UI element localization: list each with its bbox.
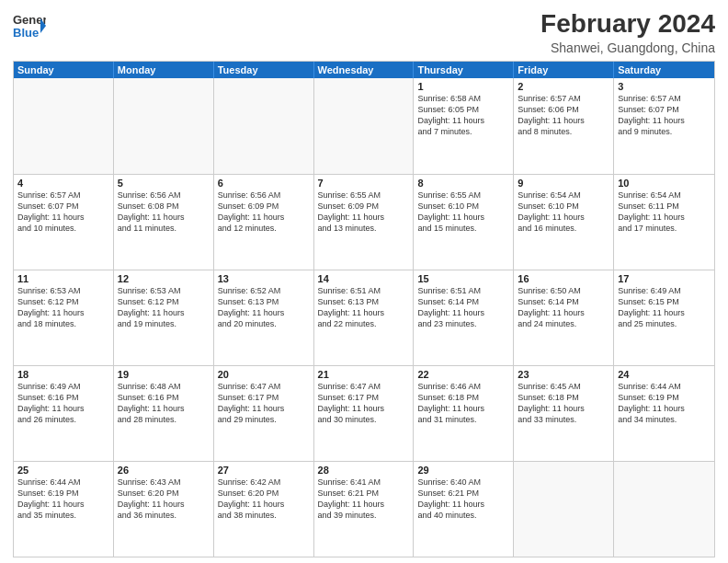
calendar-cell-2-4: 15Sunrise: 6:51 AMSunset: 6:14 PMDayligh…	[414, 270, 514, 365]
month-title: February 2024	[540, 9, 715, 39]
calendar-cell-0-1	[114, 78, 214, 174]
calendar-cell-0-0	[14, 78, 114, 174]
day-number: 11	[17, 273, 109, 284]
cell-info: Sunrise: 6:50 AMSunset: 6:14 PMDaylight:…	[518, 285, 609, 330]
calendar-row-5: 25Sunrise: 6:44 AMSunset: 6:19 PMDayligh…	[14, 461, 714, 557]
calendar-cell-4-0: 25Sunrise: 6:44 AMSunset: 6:19 PMDayligh…	[14, 462, 114, 557]
calendar-row-1: 1Sunrise: 6:58 AMSunset: 6:05 PMDaylight…	[14, 78, 714, 174]
day-number: 12	[118, 273, 210, 284]
calendar-cell-4-4: 29Sunrise: 6:40 AMSunset: 6:21 PMDayligh…	[414, 462, 514, 557]
calendar-row-2: 4Sunrise: 6:57 AMSunset: 6:07 PMDaylight…	[14, 174, 714, 270]
calendar-cell-1-0: 4Sunrise: 6:57 AMSunset: 6:07 PMDaylight…	[14, 175, 114, 270]
calendar-cell-2-3: 14Sunrise: 6:51 AMSunset: 6:13 PMDayligh…	[314, 270, 415, 365]
calendar-cell-0-2	[214, 78, 314, 174]
calendar-cell-1-5: 9Sunrise: 6:54 AMSunset: 6:10 PMDaylight…	[514, 175, 614, 270]
day-number: 21	[318, 369, 410, 380]
cell-info: Sunrise: 6:44 AMSunset: 6:19 PMDaylight:…	[17, 477, 109, 522]
day-number: 10	[618, 178, 711, 189]
calendar-cell-1-2: 6Sunrise: 6:56 AMSunset: 6:09 PMDaylight…	[214, 175, 314, 270]
calendar-cell-0-4: 1Sunrise: 6:58 AMSunset: 6:05 PMDaylight…	[414, 78, 514, 174]
calendar-cell-2-1: 12Sunrise: 6:53 AMSunset: 6:12 PMDayligh…	[114, 270, 214, 365]
calendar-cell-4-2: 27Sunrise: 6:42 AMSunset: 6:20 PMDayligh…	[214, 462, 314, 557]
day-number: 26	[118, 465, 210, 476]
calendar-cell-4-6	[614, 462, 714, 557]
calendar-cell-0-5: 2Sunrise: 6:57 AMSunset: 6:06 PMDaylight…	[514, 78, 614, 174]
calendar-cell-0-6: 3Sunrise: 6:57 AMSunset: 6:07 PMDaylight…	[614, 78, 714, 174]
calendar: Sunday Monday Tuesday Wednesday Thursday…	[13, 61, 715, 557]
header-sunday: Sunday	[14, 62, 114, 78]
cell-info: Sunrise: 6:55 AMSunset: 6:09 PMDaylight:…	[318, 190, 410, 235]
calendar-cell-4-5	[514, 462, 614, 557]
day-number: 14	[318, 273, 410, 284]
calendar-header: Sunday Monday Tuesday Wednesday Thursday…	[14, 62, 714, 78]
day-number: 25	[17, 465, 109, 476]
day-number: 4	[17, 178, 109, 189]
day-number: 1	[417, 81, 509, 92]
day-number: 18	[17, 369, 109, 380]
cell-info: Sunrise: 6:55 AMSunset: 6:10 PMDaylight:…	[417, 190, 509, 235]
logo-icon: General Blue	[13, 9, 46, 42]
calendar-cell-3-0: 18Sunrise: 6:49 AMSunset: 6:16 PMDayligh…	[14, 366, 114, 461]
calendar-row-3: 11Sunrise: 6:53 AMSunset: 6:12 PMDayligh…	[14, 270, 714, 365]
location-title: Shanwei, Guangdong, China	[540, 40, 715, 55]
title-block: February 2024 Shanwei, Guangdong, China	[540, 9, 715, 55]
cell-info: Sunrise: 6:47 AMSunset: 6:17 PMDaylight:…	[218, 381, 310, 426]
calendar-body: 1Sunrise: 6:58 AMSunset: 6:05 PMDaylight…	[14, 78, 714, 557]
header-tuesday: Tuesday	[214, 62, 314, 78]
cell-info: Sunrise: 6:57 AMSunset: 6:07 PMDaylight:…	[618, 93, 711, 138]
calendar-cell-1-1: 5Sunrise: 6:56 AMSunset: 6:08 PMDaylight…	[114, 175, 214, 270]
cell-info: Sunrise: 6:53 AMSunset: 6:12 PMDaylight:…	[118, 285, 210, 330]
calendar-cell-2-6: 17Sunrise: 6:49 AMSunset: 6:15 PMDayligh…	[614, 270, 714, 365]
cell-info: Sunrise: 6:51 AMSunset: 6:14 PMDaylight:…	[417, 285, 509, 330]
cell-info: Sunrise: 6:58 AMSunset: 6:05 PMDaylight:…	[417, 93, 509, 138]
day-number: 7	[318, 178, 410, 189]
header-thursday: Thursday	[414, 62, 514, 78]
header-friday: Friday	[514, 62, 614, 78]
calendar-cell-3-1: 19Sunrise: 6:48 AMSunset: 6:16 PMDayligh…	[114, 366, 214, 461]
cell-info: Sunrise: 6:45 AMSunset: 6:18 PMDaylight:…	[518, 381, 609, 426]
header-saturday: Saturday	[614, 62, 714, 78]
calendar-cell-3-4: 22Sunrise: 6:46 AMSunset: 6:18 PMDayligh…	[414, 366, 514, 461]
calendar-cell-0-3	[314, 78, 415, 174]
cell-info: Sunrise: 6:46 AMSunset: 6:18 PMDaylight:…	[417, 381, 509, 426]
day-number: 23	[518, 369, 609, 380]
cell-info: Sunrise: 6:49 AMSunset: 6:15 PMDaylight:…	[618, 285, 711, 330]
day-number: 13	[218, 273, 310, 284]
cell-info: Sunrise: 6:48 AMSunset: 6:16 PMDaylight:…	[118, 381, 210, 426]
calendar-cell-3-2: 20Sunrise: 6:47 AMSunset: 6:17 PMDayligh…	[214, 366, 314, 461]
cell-info: Sunrise: 6:49 AMSunset: 6:16 PMDaylight:…	[17, 381, 109, 426]
cell-info: Sunrise: 6:56 AMSunset: 6:08 PMDaylight:…	[118, 190, 210, 235]
cell-info: Sunrise: 6:54 AMSunset: 6:10 PMDaylight:…	[518, 190, 609, 235]
cell-info: Sunrise: 6:43 AMSunset: 6:20 PMDaylight:…	[118, 477, 210, 522]
header-monday: Monday	[114, 62, 214, 78]
cell-info: Sunrise: 6:41 AMSunset: 6:21 PMDaylight:…	[318, 477, 410, 522]
day-number: 17	[618, 273, 711, 284]
header-wednesday: Wednesday	[314, 62, 415, 78]
header: General Blue February 2024 Shanwei, Guan…	[13, 9, 715, 55]
calendar-cell-2-2: 13Sunrise: 6:52 AMSunset: 6:13 PMDayligh…	[214, 270, 314, 365]
day-number: 22	[417, 369, 509, 380]
calendar-cell-1-6: 10Sunrise: 6:54 AMSunset: 6:11 PMDayligh…	[614, 175, 714, 270]
calendar-cell-4-1: 26Sunrise: 6:43 AMSunset: 6:20 PMDayligh…	[114, 462, 214, 557]
calendar-cell-3-6: 24Sunrise: 6:44 AMSunset: 6:19 PMDayligh…	[614, 366, 714, 461]
calendar-cell-1-3: 7Sunrise: 6:55 AMSunset: 6:09 PMDaylight…	[314, 175, 415, 270]
day-number: 3	[618, 81, 711, 92]
day-number: 5	[118, 178, 210, 189]
calendar-row-4: 18Sunrise: 6:49 AMSunset: 6:16 PMDayligh…	[14, 365, 714, 461]
cell-info: Sunrise: 6:57 AMSunset: 6:07 PMDaylight:…	[17, 190, 109, 235]
calendar-cell-4-3: 28Sunrise: 6:41 AMSunset: 6:21 PMDayligh…	[314, 462, 415, 557]
calendar-cell-3-5: 23Sunrise: 6:45 AMSunset: 6:18 PMDayligh…	[514, 366, 614, 461]
calendar-cell-1-4: 8Sunrise: 6:55 AMSunset: 6:10 PMDaylight…	[414, 175, 514, 270]
cell-info: Sunrise: 6:57 AMSunset: 6:06 PMDaylight:…	[518, 93, 609, 138]
day-number: 16	[518, 273, 609, 284]
cell-info: Sunrise: 6:52 AMSunset: 6:13 PMDaylight:…	[218, 285, 310, 330]
svg-text:Blue: Blue	[13, 26, 39, 40]
day-number: 24	[618, 369, 711, 380]
cell-info: Sunrise: 6:42 AMSunset: 6:20 PMDaylight:…	[218, 477, 310, 522]
page: General Blue February 2024 Shanwei, Guan…	[0, 0, 728, 563]
cell-info: Sunrise: 6:47 AMSunset: 6:17 PMDaylight:…	[318, 381, 410, 426]
day-number: 6	[218, 178, 310, 189]
logo: General Blue	[13, 9, 46, 46]
cell-info: Sunrise: 6:40 AMSunset: 6:21 PMDaylight:…	[417, 477, 509, 522]
day-number: 15	[417, 273, 509, 284]
